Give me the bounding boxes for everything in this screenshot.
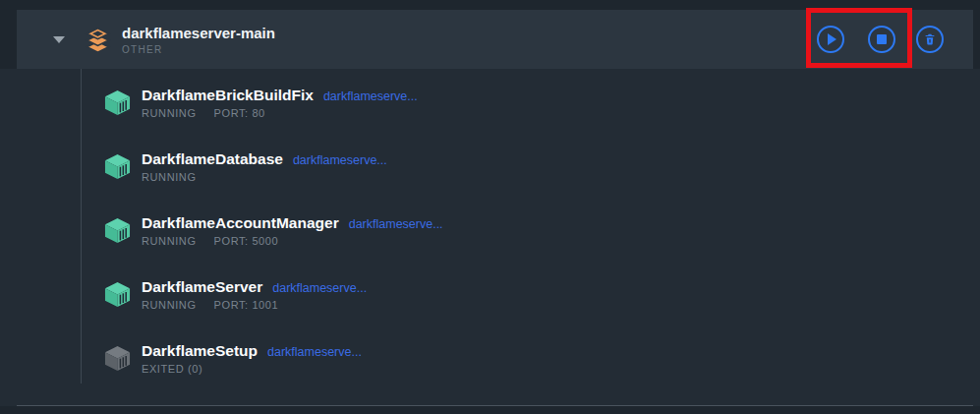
container-status-line: RUNNINGPORT: 80 <box>142 107 418 119</box>
play-icon <box>828 33 836 45</box>
container-status: RUNNING <box>142 235 197 247</box>
container-status: RUNNING <box>142 171 197 183</box>
container-cube-icon <box>102 281 133 308</box>
container-name: DarkflameAccountManager <box>142 214 339 231</box>
container-list: DarkflameBrickBuildFix darkflameserve...… <box>0 71 980 390</box>
container-image-link[interactable]: darkflameserve... <box>272 281 367 295</box>
container-row: DarkflameBrickBuildFix darkflameserve...… <box>0 71 980 135</box>
container-status-line: EXITED (0) <box>142 363 362 375</box>
stop-stack-button[interactable] <box>868 26 895 53</box>
start-stack-button[interactable] <box>817 26 844 53</box>
container-text: DarkflameBrickBuildFix darkflameserve...… <box>142 87 418 119</box>
container-image-link[interactable]: darkflameserve... <box>267 345 362 359</box>
container-name: DarkflameSetup <box>142 342 258 359</box>
container-status-line: RUNNING <box>142 171 387 183</box>
container-image-link[interactable]: darkflameserve... <box>349 217 443 231</box>
container-port: PORT: 80 <box>214 107 265 119</box>
stack-actions <box>817 26 973 53</box>
stack-text: darkflameserver-main OTHER <box>122 25 275 55</box>
container-row: DarkflameAccountManager darkflameserve..… <box>0 199 980 263</box>
container-status: RUNNING <box>142 299 197 311</box>
container-cube-icon <box>102 89 133 116</box>
collapse-caret-icon[interactable] <box>53 36 65 43</box>
container-port: PORT: 1001 <box>214 299 279 311</box>
container-row: DarkflameSetup darkflameserve... EXITED … <box>0 326 980 390</box>
stack-panel: darkflameserver-main OTHER <box>0 0 980 414</box>
container-status: RUNNING <box>142 107 197 119</box>
container-name: DarkflameDatabase <box>142 150 283 167</box>
trash-icon <box>923 32 937 46</box>
container-row: DarkflameDatabase darkflameserve... RUNN… <box>0 135 980 199</box>
container-name: DarkflameServer <box>142 278 262 295</box>
stack-layers-icon <box>85 27 111 53</box>
container-status: EXITED (0) <box>142 363 202 375</box>
container-port: PORT: 5000 <box>214 235 279 247</box>
stack-header: darkflameserver-main OTHER <box>17 10 973 69</box>
container-name: DarkflameBrickBuildFix <box>142 87 314 103</box>
container-text: DarkflameAccountManager darkflameserve..… <box>142 214 443 247</box>
bottom-band <box>0 406 980 414</box>
container-status-line: RUNNINGPORT: 5000 <box>142 235 443 247</box>
stack-title: darkflameserver-main <box>122 25 275 42</box>
delete-stack-button[interactable] <box>916 26 944 53</box>
container-status-line: RUNNINGPORT: 1001 <box>142 299 367 311</box>
container-cube-icon <box>102 345 133 372</box>
stack-category-label: OTHER <box>122 44 275 55</box>
container-text: DarkflameSetup darkflameserve... EXITED … <box>142 342 362 375</box>
container-text: DarkflameServer darkflameserve... RUNNIN… <box>142 278 367 311</box>
container-image-link[interactable]: darkflameserve... <box>323 89 418 103</box>
container-row: DarkflameServer darkflameserve... RUNNIN… <box>0 263 980 326</box>
container-cube-icon <box>102 153 133 180</box>
container-text: DarkflameDatabase darkflameserve... RUNN… <box>142 150 387 183</box>
container-cube-icon <box>102 217 133 244</box>
stop-icon <box>877 34 887 44</box>
container-image-link[interactable]: darkflameserve... <box>293 153 387 167</box>
